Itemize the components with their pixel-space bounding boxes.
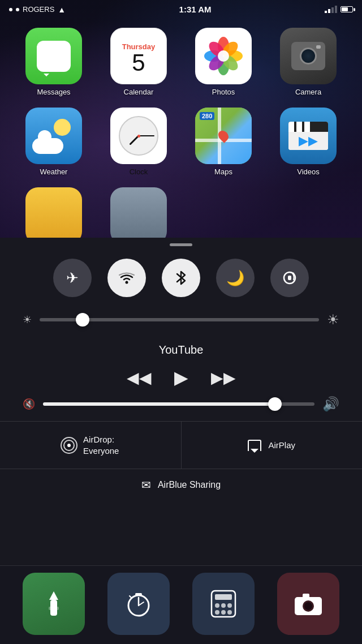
carrier-label: ROGERS [23, 5, 54, 14]
svg-rect-12 [288, 276, 291, 280]
signal-bars [325, 6, 337, 13]
volume-fill [43, 402, 274, 406]
svg-point-25 [215, 610, 219, 615]
airplay-icon [248, 440, 261, 451]
volume-max-icon: 🔊 [322, 396, 339, 412]
volume-slider-row: 🔇 🔊 [0, 393, 362, 421]
now-playing-title: YouTube [11, 344, 351, 357]
app-photos-label: Photos [212, 88, 235, 96]
app-maps[interactable]: 280 Maps [181, 102, 266, 182]
app-clock[interactable]: Clock [96, 102, 181, 182]
calendar-day: 5 [132, 51, 145, 75]
svg-point-26 [221, 610, 226, 615]
svg-point-22 [215, 603, 219, 608]
airblue-icon: ✉ [141, 478, 151, 492]
app-calendar[interactable]: Thursday 5 Calendar [96, 22, 181, 102]
app-maps-label: Maps [214, 168, 232, 176]
drag-handle[interactable] [170, 243, 192, 246]
now-playing-section: YouTube [0, 338, 362, 359]
control-center: ✈ 🌙 [0, 238, 362, 644]
airplay-label: AirPlay [268, 440, 295, 451]
status-bar: ROGERS ▲ 1:31 AM [0, 0, 362, 16]
calculator-button[interactable] [192, 573, 255, 635]
app-messages[interactable]: Messages [11, 22, 96, 102]
svg-rect-21 [215, 594, 232, 600]
do-not-disturb-button[interactable]: 🌙 [216, 259, 255, 297]
airblue-label: AirBlue Sharing [158, 480, 221, 490]
svg-rect-18 [135, 593, 142, 595]
airdrop-button[interactable]: AirDrop: Everyone [0, 422, 182, 469]
svg-point-27 [227, 610, 232, 615]
brightness-slider-row: ☀ ☀ [0, 302, 362, 338]
app-videos-label: Videos [297, 168, 320, 176]
svg-point-10 [126, 281, 128, 284]
airblue-button[interactable]: ✉ AirBlue Sharing [0, 469, 362, 501]
fast-forward-button[interactable]: ▶▶ [211, 368, 236, 387]
wifi-status-icon: ▲ [58, 5, 66, 14]
rotation-lock-button[interactable] [270, 259, 309, 297]
app-messages-label: Messages [37, 88, 70, 96]
wifi-toggle-button[interactable] [107, 259, 146, 297]
app-partial-3 [181, 182, 266, 238]
home-screen: ROGERS ▲ 1:31 AM Messages [0, 0, 362, 238]
svg-point-32 [316, 599, 319, 602]
svg-point-9 [218, 50, 229, 62]
volume-min-icon: 🔇 [23, 398, 35, 410]
svg-point-30 [304, 602, 312, 610]
toggle-row: ✈ 🌙 [0, 254, 362, 302]
app-clock-label: Clock [130, 168, 148, 176]
volume-track[interactable] [43, 402, 314, 406]
app-partial-1[interactable] [11, 182, 96, 238]
airplay-button[interactable]: AirPlay [182, 422, 363, 469]
app-camera-label: Camera [295, 88, 321, 96]
svg-rect-31 [303, 594, 309, 598]
volume-thumb[interactable] [268, 397, 282, 411]
timer-button[interactable] [107, 573, 170, 635]
battery-icon [341, 6, 353, 12]
torch-button[interactable] [23, 573, 85, 635]
svg-line-17 [139, 602, 144, 606]
svg-point-24 [227, 603, 232, 608]
brightness-thumb[interactable] [76, 313, 89, 327]
svg-line-19 [130, 596, 132, 598]
app-calendar-label: Calendar [124, 88, 154, 96]
airdrop-icon [62, 438, 76, 453]
app-videos[interactable]: ▶▶ Videos [266, 102, 351, 182]
share-row: AirDrop: Everyone AirPlay [0, 421, 362, 469]
svg-rect-14 [49, 607, 59, 610]
camera-quick-button[interactable] [277, 573, 339, 635]
play-button[interactable]: ▶ [174, 367, 188, 388]
svg-point-23 [221, 603, 226, 608]
app-partial-2[interactable] [96, 182, 181, 238]
app-weather-label: Weather [40, 168, 68, 176]
bluetooth-toggle-button[interactable] [162, 259, 200, 297]
maps-road-label: 280 [200, 112, 214, 120]
brightness-max-icon: ☀ [327, 312, 339, 328]
app-partial-4 [266, 182, 351, 238]
app-photos[interactable]: Photos [181, 22, 266, 102]
airplane-mode-button[interactable]: ✈ [53, 259, 92, 297]
airdrop-label: AirDrop: Everyone [83, 434, 119, 456]
app-grid: Messages Thursday 5 Calendar [0, 16, 362, 238]
time-display: 1:31 AM [179, 5, 212, 14]
app-camera[interactable]: Camera [266, 22, 351, 102]
brightness-min-icon: ☀ [23, 314, 32, 326]
rewind-button[interactable]: ◀◀ [127, 368, 152, 387]
quick-launch-row [0, 565, 362, 644]
brightness-track[interactable] [40, 318, 319, 321]
app-weather[interactable]: Weather [11, 102, 96, 182]
media-controls: ◀◀ ▶ ▶▶ [0, 359, 362, 393]
